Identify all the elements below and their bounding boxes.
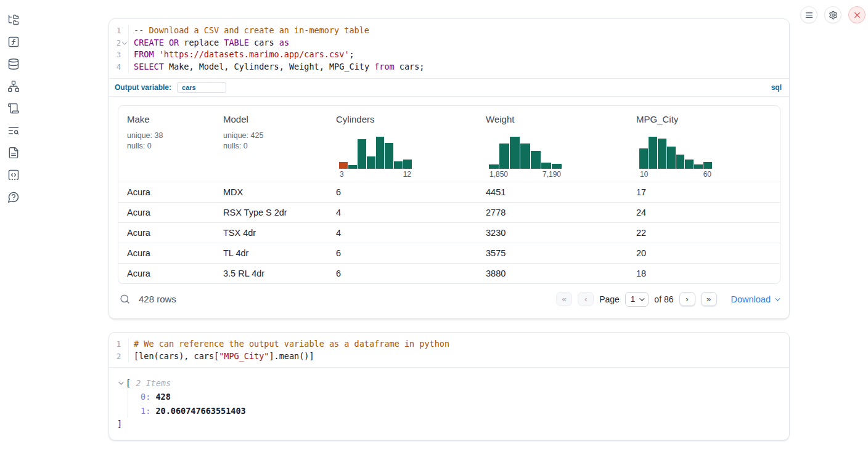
line-number: 1: [109, 25, 121, 37]
function-icon[interactable]: [7, 36, 20, 48]
chevron-down-icon: [775, 296, 780, 301]
database-icon[interactable]: [7, 58, 20, 70]
first-page-button[interactable]: «: [556, 292, 572, 306]
table-cell: 18: [628, 269, 780, 278]
search-logs-icon[interactable]: [7, 124, 20, 137]
download-button[interactable]: Download: [731, 294, 779, 304]
data-table: Makeunique: 38nulls: 0Modelunique: 425nu…: [118, 105, 780, 284]
table-row[interactable]: Acura3.5 RL 4dr6388018: [118, 263, 780, 283]
table-cell: RSX Type S 2dr: [215, 208, 327, 217]
table-cell: 3.5 RL 4dr: [215, 269, 327, 278]
code-text: FROM 'https://datasets.marimo.app/cars.c…: [129, 49, 354, 61]
table-cell: Acura: [118, 228, 215, 238]
histogram-bar: [694, 164, 703, 169]
code-text: [len(cars), cars["MPG_City"].mean()]: [129, 350, 314, 363]
histogram-bar: [667, 147, 676, 169]
line-number: 4: [109, 61, 121, 73]
last-page-button[interactable]: »: [701, 292, 717, 306]
line-number: 2: [109, 37, 121, 49]
column-name: Cylinders: [336, 114, 477, 124]
histogram-bar: [358, 139, 366, 169]
table-cell: Acura: [118, 269, 215, 278]
page-total-label: of 86: [654, 294, 673, 304]
table-cell: 3230: [477, 228, 628, 238]
table-row[interactable]: AcuraTSX 4dr4323022: [118, 222, 780, 243]
tree-open-bracket: [: [126, 376, 131, 390]
table-cell: 3575: [477, 248, 628, 258]
table-cell: Acura: [118, 208, 215, 217]
table-cell: 4: [327, 208, 477, 217]
prev-page-button[interactable]: ‹: [578, 292, 594, 306]
table-row[interactable]: AcuraRSX Type S 2dr4277824: [118, 202, 780, 222]
sql-cell-footer: Output variable: sql: [109, 78, 789, 96]
column-header-make[interactable]: Makeunique: 38nulls: 0: [118, 106, 215, 182]
table-cell: TL 4dr: [215, 248, 327, 258]
table-cell: 17: [628, 187, 780, 197]
sql-cell-output: Makeunique: 38nulls: 0Modelunique: 425nu…: [109, 96, 789, 318]
column-name: Weight: [486, 114, 628, 124]
histogram-bar: [376, 137, 385, 169]
page-select[interactable]: 1: [625, 292, 649, 307]
histogram-bar: [703, 162, 712, 169]
chevron-down-icon: [118, 380, 123, 385]
histogram-bar: [385, 143, 393, 169]
code-line[interactable]: 2CREATE OR replace TABLE cars as: [109, 37, 789, 49]
scroll-log-icon[interactable]: [7, 102, 20, 115]
snippets-icon[interactable]: [7, 169, 20, 181]
tree-root[interactable]: [ 2 Items: [117, 376, 780, 390]
code-text: CREATE OR replace TABLE cars as: [129, 37, 289, 49]
table-cell: Acura: [118, 248, 215, 258]
shutdown-close-icon[interactable]: [848, 6, 866, 23]
table-cell: 4451: [477, 187, 628, 197]
sidebar: [0, 0, 27, 449]
column-header-model[interactable]: Modelunique: 425nulls: 0: [215, 106, 327, 182]
table-cell: 3880: [477, 269, 628, 278]
table-header: Makeunique: 38nulls: 0Modelunique: 425nu…: [118, 106, 780, 182]
table-cell: 6: [327, 269, 477, 278]
column-stats: unique: 425nulls: 0: [223, 131, 327, 152]
search-icon[interactable]: [120, 294, 130, 304]
chevron-down-icon: [640, 296, 645, 301]
column-histogram: 1060: [639, 137, 712, 179]
table-cell: 2778: [477, 208, 628, 217]
histogram-bar: [367, 156, 375, 169]
notebook: 1-- Download a CSV and create an in-memo…: [108, 18, 790, 440]
histogram-bar: [499, 144, 509, 169]
column-header-cylinders[interactable]: Cylinders312: [327, 106, 477, 182]
code-line[interactable]: 2[len(cars), cars["MPG_City"].mean()]: [109, 350, 789, 363]
fold-chevron-icon[interactable]: [122, 39, 127, 44]
histogram-bar: [649, 137, 657, 169]
column-header-weight[interactable]: Weight1,8507,190: [477, 106, 628, 182]
document-icon[interactable]: [7, 147, 20, 159]
code-line[interactable]: 1-- Download a CSV and create an in-memo…: [109, 25, 789, 37]
histogram-bar: [339, 162, 348, 169]
histogram-bar: [510, 137, 520, 169]
table-row[interactable]: AcuraTL 4dr6357520: [118, 243, 780, 263]
tree-key: 1:: [141, 406, 150, 416]
code-text: -- Download a CSV and create an in-memor…: [129, 25, 369, 37]
code-line[interactable]: 3FROM 'https://datasets.marimo.app/cars.…: [109, 49, 789, 61]
next-page-button[interactable]: ›: [679, 292, 695, 306]
table-cell: 6: [327, 187, 477, 197]
sql-code-editor[interactable]: 1-- Download a CSV and create an in-memo…: [109, 19, 789, 78]
table-footer: 428 rows « ‹ Page 1 of 86 › » Download: [118, 289, 780, 310]
table-cell: 6: [327, 248, 477, 258]
tree-items-count: 2 Items: [136, 376, 171, 390]
histogram-bar: [552, 164, 562, 169]
code-line[interactable]: 4SELECT Make, Model, Cylinders, Weight, …: [109, 61, 789, 73]
table-row[interactable]: AcuraMDX6445117: [118, 182, 780, 202]
table-cell: Acura: [118, 187, 215, 197]
output-variable-input[interactable]: [177, 82, 226, 93]
histogram-bar: [394, 161, 403, 169]
tree-close-bracket: ]: [117, 418, 780, 430]
settings-gear-icon[interactable]: [824, 6, 841, 23]
menu-icon[interactable]: [800, 6, 817, 23]
tree-value: 428: [150, 392, 171, 402]
column-header-mpg_city[interactable]: MPG_City1060: [628, 106, 780, 182]
python-code-editor[interactable]: 1# We can reference the output variable …: [109, 333, 789, 367]
line-number: 3: [109, 49, 121, 61]
code-line[interactable]: 1# We can reference the output variable …: [109, 338, 789, 350]
file-tree-icon[interactable]: [7, 14, 20, 26]
help-icon[interactable]: [7, 191, 20, 203]
dependency-graph-icon[interactable]: [7, 80, 20, 92]
